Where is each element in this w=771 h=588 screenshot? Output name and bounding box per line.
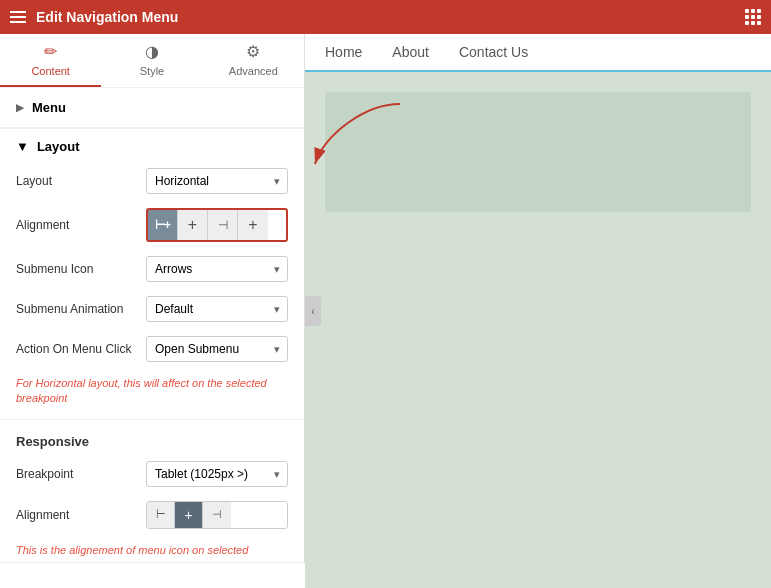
responsive-alignment-row: Alignment ⊢ + ⊣ <box>16 501 288 529</box>
action-select-wrapper: Open Submenu Navigate Both <box>146 336 288 362</box>
tab-bar: ✏ Content ◑ Style ⚙ Advanced <box>0 34 304 88</box>
menu-section: ▶ Menu <box>0 88 304 129</box>
top-bar: Edit Navigation Menu <box>0 0 771 34</box>
preview-nav: Home About Contact Us <box>305 34 771 72</box>
collapse-panel-button[interactable]: ‹ <box>305 296 321 326</box>
resp-align-center-button[interactable]: + <box>175 502 203 528</box>
layout-hint: For Horizontal layout, this will affect … <box>16 376 288 407</box>
align-right-inner-button[interactable]: ⊣ <box>208 210 238 240</box>
submenu-icon-select[interactable]: Arrows Plus None <box>146 256 288 282</box>
breakpoint-row: Breakpoint Tablet (1025px >) Mobile (767… <box>16 461 288 487</box>
hamburger-icon[interactable] <box>10 11 26 23</box>
style-icon: ◑ <box>145 42 159 61</box>
menu-arrow-icon: ▶ <box>16 102 24 113</box>
alignment-buttons: ⊢+ + ⊣ + <box>146 208 288 242</box>
submenu-icon-row: Submenu Icon Arrows Plus None <box>16 256 288 282</box>
action-row: Action On Menu Click Open Submenu Naviga… <box>16 336 288 362</box>
page-title: Edit Navigation Menu <box>36 9 178 25</box>
responsive-section: Responsive Breakpoint Tablet (1025px >) … <box>0 420 304 563</box>
menu-section-header[interactable]: ▶ Menu <box>0 88 304 128</box>
layout-control: Horizontal Vertical <box>146 168 288 194</box>
responsive-hint: This is the alignement of menu icon on s… <box>16 543 288 558</box>
nav-contact[interactable]: Contact Us <box>459 42 528 62</box>
breakpoint-select-wrapper: Tablet (1025px >) Mobile (767px >) None <box>146 461 288 487</box>
align-center-button[interactable]: + <box>178 210 208 240</box>
layout-arrow-icon: ▼ <box>16 139 29 154</box>
right-panel: Home About Contact Us <box>305 34 771 588</box>
layout-row: Layout Horizontal Vertical <box>16 168 288 194</box>
left-panel: ✏ Content ◑ Style ⚙ Advanced ▶ <box>0 34 305 563</box>
alignment-control: ⊢+ + ⊣ + <box>146 208 288 242</box>
nav-about[interactable]: About <box>392 42 429 62</box>
preview-content <box>305 72 771 242</box>
layout-section: ▼ Layout Layout Horizontal Vertical <box>0 129 304 420</box>
submenu-animation-control: Default Fade Slide <box>146 296 288 322</box>
submenu-icon-control: Arrows Plus None <box>146 256 288 282</box>
action-control: Open Submenu Navigate Both <box>146 336 288 362</box>
submenu-animation-row: Submenu Animation Default Fade Slide <box>16 296 288 322</box>
resp-align-right-button[interactable]: ⊣ <box>203 502 231 528</box>
content-icon: ✏ <box>44 42 57 61</box>
breakpoint-select[interactable]: Tablet (1025px >) Mobile (767px >) None <box>146 461 288 487</box>
submenu-animation-select[interactable]: Default Fade Slide <box>146 296 288 322</box>
nav-home[interactable]: Home <box>325 42 362 62</box>
advanced-icon: ⚙ <box>246 42 260 61</box>
main-layout: ✏ Content ◑ Style ⚙ Advanced ▶ <box>0 34 771 588</box>
resp-align-left-button[interactable]: ⊢ <box>147 502 175 528</box>
layout-select-wrapper: Horizontal Vertical <box>146 168 288 194</box>
preview-box <box>325 92 751 212</box>
align-justify-button[interactable]: + <box>238 210 268 240</box>
grid-icon[interactable] <box>745 9 761 25</box>
breakpoint-control: Tablet (1025px >) Mobile (767px >) None <box>146 461 288 487</box>
responsive-alignment-control: ⊢ + ⊣ <box>146 501 288 529</box>
panel-body: ▶ Menu ▼ Layout Layout <box>0 88 304 563</box>
tab-advanced[interactable]: ⚙ Advanced <box>203 34 304 87</box>
layout-section-title[interactable]: ▼ Layout <box>16 139 288 154</box>
layout-select[interactable]: Horizontal Vertical <box>146 168 288 194</box>
tab-style[interactable]: ◑ Style <box>101 34 202 87</box>
submenu-animation-select-wrapper: Default Fade Slide <box>146 296 288 322</box>
alignment-row: Alignment ⊢+ + ⊣ + <box>16 208 288 242</box>
responsive-alignment-buttons: ⊢ + ⊣ <box>146 501 288 529</box>
action-select[interactable]: Open Submenu Navigate Both <box>146 336 288 362</box>
tab-content[interactable]: ✏ Content <box>0 34 101 87</box>
submenu-icon-select-wrapper: Arrows Plus None <box>146 256 288 282</box>
top-bar-left: Edit Navigation Menu <box>10 9 178 25</box>
align-left-button[interactable]: ⊢+ <box>148 210 178 240</box>
